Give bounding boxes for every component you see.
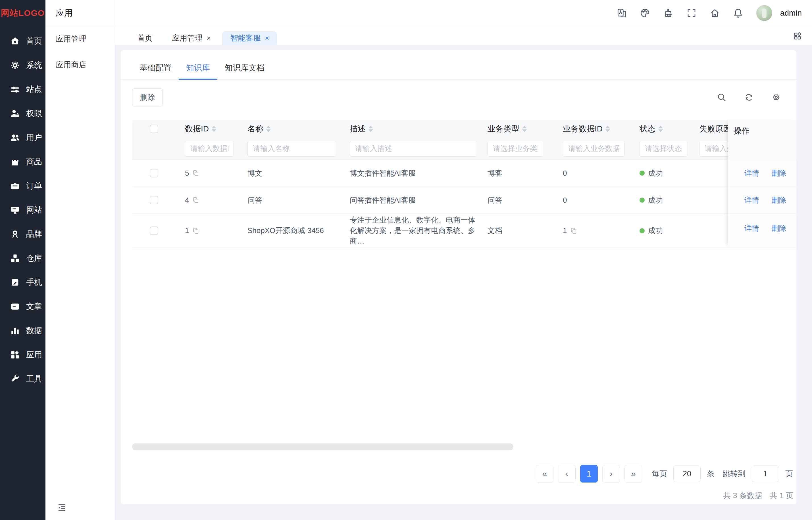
- table-settings-icon[interactable]: [771, 93, 781, 102]
- home-shortcut-icon[interactable]: [710, 8, 720, 18]
- first-page-button[interactable]: «: [536, 465, 553, 483]
- detail-link[interactable]: 详情: [744, 168, 759, 178]
- select-all-checkbox[interactable]: [150, 125, 158, 133]
- sort-buttons[interactable]: [606, 126, 610, 132]
- page-tab-smart-service[interactable]: 智能客服 ×: [222, 31, 277, 45]
- sidebar-item-label: 用户: [26, 132, 42, 143]
- main-area: admin 首页 应用管理 × 智能客服 × 基础配置 知识库: [115, 0, 812, 520]
- next-page-button[interactable]: ›: [602, 465, 620, 483]
- username-label[interactable]: admin: [780, 8, 802, 18]
- detail-link[interactable]: 详情: [744, 195, 759, 205]
- translate-icon[interactable]: [617, 8, 627, 18]
- search-icon[interactable]: [717, 93, 727, 102]
- close-tab-icon[interactable]: ×: [265, 34, 269, 43]
- detail-link[interactable]: 详情: [744, 224, 759, 233]
- site-logo: 网站LOGO: [0, 0, 46, 26]
- cell-name: 博文: [247, 168, 262, 178]
- sidebar-item-orders[interactable]: 订单: [0, 174, 46, 198]
- tab-basic-config[interactable]: 基础配置: [132, 58, 179, 79]
- theme-palette-icon[interactable]: [640, 8, 650, 18]
- sidebar-item-articles[interactable]: 文章: [0, 294, 46, 318]
- submenu-item-app-manage[interactable]: 应用管理: [46, 26, 115, 52]
- row-checkbox[interactable]: [150, 169, 158, 177]
- delete-link[interactable]: 删除: [772, 224, 786, 233]
- filter-biz-type-select[interactable]: [488, 141, 543, 157]
- cell-data-id: 4: [185, 196, 189, 205]
- sort-buttons[interactable]: [369, 126, 373, 132]
- notification-bell-icon[interactable]: [733, 8, 743, 18]
- page-tab-label: 首页: [137, 33, 153, 43]
- sidebar-item-tools[interactable]: 工具: [0, 367, 46, 391]
- top-header: admin: [115, 0, 812, 26]
- row-checkbox[interactable]: [150, 196, 158, 204]
- tab-knowledge-docs[interactable]: 知识库文档: [217, 58, 272, 79]
- sort-buttons[interactable]: [266, 126, 271, 132]
- panel-tabs: 基础配置 知识库 知识库文档: [121, 50, 796, 80]
- copy-icon[interactable]: [570, 227, 577, 234]
- sidebar-item-data[interactable]: 数据: [0, 318, 46, 343]
- filter-desc-input[interactable]: [350, 141, 477, 157]
- sidebar-item-goods[interactable]: 商品: [0, 150, 46, 174]
- column-header-biz-type: 业务类型: [488, 124, 519, 134]
- clear-cache-brush-icon[interactable]: [663, 8, 673, 18]
- per-page-label: 每页: [652, 469, 667, 479]
- fixed-actions-column: 操作 详情 删除 详情 删除 详情 删除: [728, 120, 796, 248]
- sidebar-item-mobile[interactable]: 手机: [0, 270, 46, 294]
- user-avatar[interactable]: [756, 5, 772, 21]
- sidebar-item-home[interactable]: 首页: [0, 29, 46, 53]
- sort-buttons[interactable]: [212, 126, 216, 132]
- submenu-item-app-store[interactable]: 应用商店: [46, 52, 115, 78]
- row-checkbox[interactable]: [150, 227, 158, 235]
- copy-icon[interactable]: [192, 227, 199, 234]
- sidebar-item-label: 手机: [26, 277, 42, 288]
- pagination: « ‹ 1 › » 每页 条 跳转到 页: [536, 465, 795, 483]
- collapse-sidebar-button[interactable]: [56, 501, 68, 514]
- sidebar-item-warehouse[interactable]: 仓库: [0, 246, 46, 270]
- column-header-fail-reason: 失败原因: [699, 124, 731, 134]
- column-header-status: 状态: [640, 124, 656, 134]
- jump-page-input[interactable]: [752, 466, 779, 482]
- status-label: 成功: [648, 226, 663, 236]
- filter-name-input[interactable]: [247, 141, 336, 157]
- cell-data-id: 5: [185, 169, 189, 178]
- scrollbar-thumb[interactable]: [132, 443, 513, 450]
- filter-biz-id-input[interactable]: [563, 141, 625, 157]
- per-page-input[interactable]: [673, 466, 700, 482]
- sidebar-item-apps[interactable]: 应用: [0, 343, 46, 367]
- menu-fold-icon: [57, 503, 67, 512]
- filter-status-select[interactable]: [640, 141, 687, 157]
- sidebar-item-brand[interactable]: 品牌: [0, 222, 46, 246]
- prev-page-button[interactable]: ‹: [558, 465, 575, 483]
- sort-buttons[interactable]: [522, 126, 527, 132]
- sidebar-item-website[interactable]: 网站: [0, 198, 46, 222]
- batch-delete-button[interactable]: 删除: [132, 88, 163, 106]
- sidebar-item-label: 仓库: [26, 253, 42, 264]
- last-page-button[interactable]: »: [624, 465, 642, 483]
- refresh-icon[interactable]: [744, 93, 754, 102]
- copy-icon[interactable]: [192, 197, 199, 204]
- status-dot: [640, 171, 645, 176]
- cell-desc: 问答插件智能AI客服: [350, 196, 416, 204]
- tab-list-grid-icon[interactable]: [793, 32, 802, 40]
- sidebar-item-label: 品牌: [26, 229, 42, 239]
- secondary-sidebar: 应用 应用管理 应用商店: [46, 0, 115, 520]
- gear-icon: [10, 60, 20, 70]
- sidebar-item-system[interactable]: 系统: [0, 53, 46, 77]
- close-tab-icon[interactable]: ×: [206, 34, 211, 43]
- sidebar-item-users[interactable]: 用户: [0, 126, 46, 150]
- page-unit-label: 页: [785, 469, 793, 479]
- page-tab-app-manage[interactable]: 应用管理 ×: [164, 31, 219, 45]
- page-tab-home[interactable]: 首页: [129, 31, 161, 45]
- delete-link[interactable]: 删除: [772, 195, 786, 205]
- cell-biz-type: 文档: [488, 226, 502, 236]
- sidebar-item-permission[interactable]: 权限: [0, 101, 46, 126]
- sort-buttons[interactable]: [658, 126, 663, 132]
- fullscreen-icon[interactable]: [686, 8, 697, 18]
- page-1-button[interactable]: 1: [580, 465, 598, 483]
- sidebar-item-site[interactable]: 站点: [0, 77, 46, 101]
- filter-data-id-input[interactable]: [185, 141, 234, 157]
- cell-biz-id: 1: [563, 226, 567, 235]
- delete-link[interactable]: 删除: [772, 168, 786, 178]
- copy-icon[interactable]: [192, 170, 199, 177]
- tab-knowledge-base[interactable]: 知识库: [179, 58, 217, 79]
